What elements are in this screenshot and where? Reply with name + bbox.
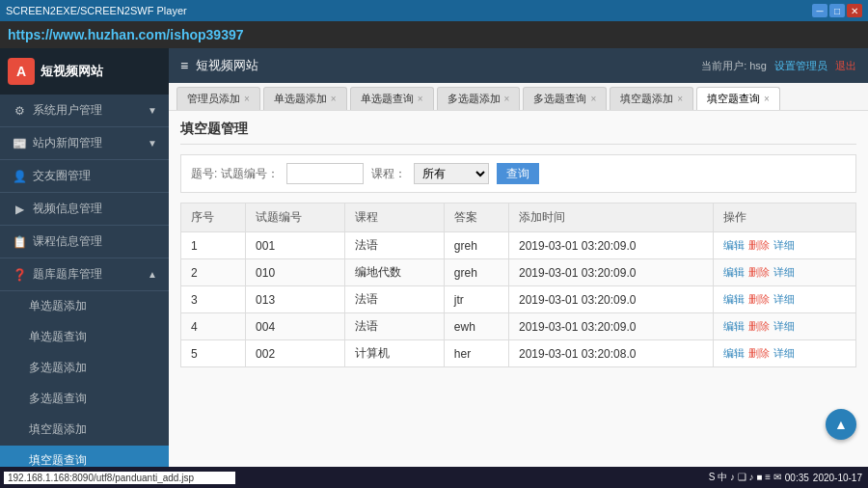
sidebar-item-label: 交友圈管理 xyxy=(33,168,91,184)
table-row: 4004法语ewh2019-03-01 03:20:09.0编辑删除详细 xyxy=(181,313,856,340)
sidebar-sub-label: 填空题添加 xyxy=(29,421,87,438)
sidebar-sub-multi-query[interactable]: 多选题查询 xyxy=(0,384,169,415)
logo-icon: A xyxy=(8,58,35,85)
tab-close-icon[interactable]: × xyxy=(244,94,250,104)
action-编辑[interactable]: 编辑 xyxy=(723,239,745,251)
col-header-course: 课程 xyxy=(344,203,444,232)
cell-actions: 编辑删除详细 xyxy=(714,340,856,367)
close-button[interactable]: ✕ xyxy=(847,4,862,17)
search-button[interactable]: 查询 xyxy=(497,163,539,184)
tab-multi-add[interactable]: 多选题添加 × xyxy=(437,87,521,110)
action-详细[interactable]: 详细 xyxy=(773,320,795,332)
logo-text: 短视频网站 xyxy=(41,63,103,80)
tab-close-icon[interactable]: × xyxy=(590,94,596,104)
tab-fill-add[interactable]: 填空题添加 × xyxy=(610,87,693,110)
tab-single-add[interactable]: 单选题添加 × xyxy=(263,87,347,110)
settings-link[interactable]: 设置管理员 xyxy=(774,59,827,73)
sidebar-item-user-manage[interactable]: 👤 交友圈管理 xyxy=(0,160,169,193)
url-bar: https://www.huzhan.com/ishop39397 xyxy=(0,21,868,48)
action-编辑[interactable]: 编辑 xyxy=(723,320,745,332)
sidebar-sub-label: 单选题查询 xyxy=(29,329,87,345)
cell-3: greh xyxy=(444,259,508,286)
title-bar-title: SCREEN2EXE/SCREEN2SWF Player xyxy=(6,5,812,16)
cell-0: 5 xyxy=(181,340,246,367)
sidebar-item-sys-manage[interactable]: ⚙ 系统用户管理 ▼ xyxy=(0,95,169,127)
sidebar-sub-single-query[interactable]: 单选题查询 xyxy=(0,322,169,353)
tab-single-query[interactable]: 单选题查询 × xyxy=(350,87,434,110)
tab-close-icon[interactable]: × xyxy=(418,94,423,104)
cell-1: 010 xyxy=(246,259,345,286)
cell-2: 编地代数 xyxy=(344,259,444,286)
sidebar-sub-fill-add[interactable]: 填空题添加 xyxy=(0,415,169,446)
scroll-top-button[interactable]: ▲ xyxy=(826,409,856,440)
action-删除[interactable]: 删除 xyxy=(748,293,770,305)
sidebar-item-course-manage[interactable]: 📋 课程信息管理 xyxy=(0,226,169,258)
sidebar-item-label: 视频信息管理 xyxy=(33,201,102,217)
sidebar-sub-single-add[interactable]: 单选题添加 xyxy=(0,291,169,322)
hamburger-icon[interactable]: ≡ xyxy=(180,58,188,73)
action-编辑[interactable]: 编辑 xyxy=(723,293,745,305)
action-删除[interactable]: 删除 xyxy=(748,239,770,251)
tab-close-icon[interactable]: × xyxy=(331,94,337,104)
data-table: 序号 试题编号 课程 答案 添加时间 操作 1001法语greh2019-03-… xyxy=(180,203,856,367)
action-删除[interactable]: 删除 xyxy=(748,347,770,359)
action-编辑[interactable]: 编辑 xyxy=(723,347,745,359)
logout-link[interactable]: 退出 xyxy=(835,59,856,73)
tab-label: 多选题查询 xyxy=(533,92,586,106)
sidebar-item-question-manage[interactable]: ❓ 题库题库管理 ▲ xyxy=(0,258,169,291)
col-header-code: 试题编号 xyxy=(246,203,345,232)
site-name: 短视频网站 xyxy=(196,57,258,74)
cell-3: ewh xyxy=(444,313,508,340)
status-url: 192.168.1.168:8090/utf8/panduanti_add.js… xyxy=(4,472,235,484)
cell-3: jtr xyxy=(444,286,508,313)
action-详细[interactable]: 详细 xyxy=(773,293,795,305)
cell-0: 1 xyxy=(181,232,246,259)
sidebar-sub-multi-add[interactable]: 多选题添加 xyxy=(0,353,169,384)
question-num-input[interactable] xyxy=(286,163,364,184)
page-content: 填空题管理 题号: 试题编号： 课程： 所有 法语 计算机 程序代码 查询 序号 xyxy=(169,111,868,467)
tab-fill-query[interactable]: 填空题查询 × xyxy=(696,87,780,111)
action-编辑[interactable]: 编辑 xyxy=(723,266,745,278)
tab-close-icon[interactable]: × xyxy=(504,94,510,104)
action-详细[interactable]: 详细 xyxy=(773,266,795,278)
url-text: https://www.huzhan.com/ishop39397 xyxy=(8,27,244,42)
title-bar: SCREEN2EXE/SCREEN2SWF Player ─ □ ✕ xyxy=(0,0,868,21)
user-icon: 👤 xyxy=(12,170,27,183)
cell-4: 2019-03-01 03:20:09.0 xyxy=(508,313,713,340)
course-label: 课程： xyxy=(371,166,406,182)
sidebar-item-news-manage[interactable]: 📰 站内新闻管理 ▼ xyxy=(0,127,169,160)
table-row: 1001法语greh2019-03-01 03:20:09.0编辑删除详细 xyxy=(181,232,856,259)
cell-1: 013 xyxy=(246,286,345,313)
course-select[interactable]: 所有 法语 计算机 程序代码 xyxy=(414,163,489,184)
tab-label: 单选题查询 xyxy=(361,92,414,106)
action-删除[interactable]: 删除 xyxy=(748,266,770,278)
video-icon: ▶ xyxy=(12,203,27,216)
page-title: 填空题管理 xyxy=(180,121,856,145)
cell-actions: 编辑删除详细 xyxy=(714,232,856,259)
table-row: 2010编地代数greh2019-03-01 03:20:09.0编辑删除详细 xyxy=(181,259,856,286)
title-bar-controls: ─ □ ✕ xyxy=(812,4,862,17)
gear-icon: ⚙ xyxy=(12,104,27,118)
action-删除[interactable]: 删除 xyxy=(748,320,770,332)
tab-multi-query[interactable]: 多选题查询 × xyxy=(523,87,607,110)
course-icon: 📋 xyxy=(12,235,27,249)
tabs-bar: 管理员添加 × 单选题添加 × 单选题查询 × 多选题添加 × 多选题查询 × … xyxy=(169,83,868,111)
sidebar-sub-label: 多选题查询 xyxy=(29,391,87,407)
sidebar-sub-label: 多选题添加 xyxy=(29,360,87,376)
cell-1: 004 xyxy=(246,313,345,340)
cell-2: 计算机 xyxy=(344,340,444,367)
tray-icons: S 中 ♪ ❑ ♪ ■ ≡ ✉ xyxy=(709,471,781,484)
action-详细[interactable]: 详细 xyxy=(773,239,795,251)
cell-1: 001 xyxy=(246,232,345,259)
sidebar-sub-fill-query[interactable]: 填空题查询 xyxy=(0,446,169,467)
col-header-action: 操作 xyxy=(714,203,856,232)
tab-close-icon[interactable]: × xyxy=(764,94,770,104)
minimize-button[interactable]: ─ xyxy=(812,4,827,17)
maximize-button[interactable]: □ xyxy=(829,4,845,17)
sidebar-item-video-manage[interactable]: ▶ 视频信息管理 xyxy=(0,193,169,226)
tab-close-icon[interactable]: × xyxy=(677,94,683,104)
action-详细[interactable]: 详细 xyxy=(773,347,795,359)
tab-admin-add[interactable]: 管理员添加 × xyxy=(176,87,260,110)
search-bar: 题号: 试题编号： 课程： 所有 法语 计算机 程序代码 查询 xyxy=(180,154,856,193)
sidebar: A 短视频网站 ⚙ 系统用户管理 ▼ 📰 站内新闻管理 ▼ 👤 交友圈管理 xyxy=(0,48,169,467)
